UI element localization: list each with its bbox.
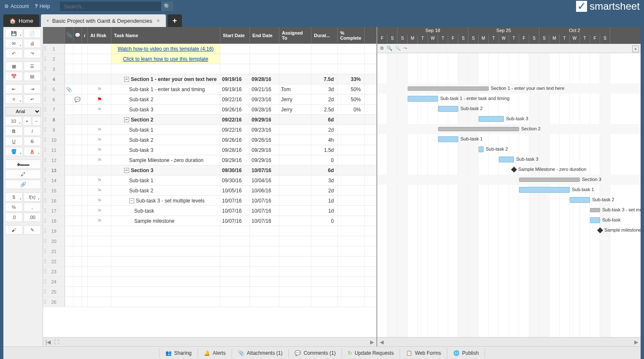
assigned-cell[interactable] bbox=[279, 206, 311, 216]
row-number[interactable]: 19 bbox=[43, 226, 65, 236]
attach-cell[interactable] bbox=[65, 277, 73, 286]
tab-close-icon[interactable]: × bbox=[157, 17, 160, 24]
attach-cell[interactable] bbox=[65, 155, 73, 165]
info-cell[interactable] bbox=[82, 74, 88, 84]
table-row[interactable]: 17 ⚑ Sub-task 10/07/16 10/07/16 1d bbox=[43, 206, 376, 216]
start-cell[interactable] bbox=[220, 297, 250, 307]
end-cell[interactable]: 09/23/16 bbox=[250, 94, 279, 104]
gantt-bar[interactable]: Sub-task 2 bbox=[570, 197, 590, 203]
row-number[interactable]: 9 bbox=[43, 125, 65, 135]
complete-cell[interactable] bbox=[338, 175, 365, 185]
complete-cell[interactable]: 33% bbox=[338, 74, 365, 84]
search-button[interactable]: 🔍 bbox=[161, 2, 173, 11]
atrisk-cell[interactable] bbox=[88, 256, 111, 266]
start-cell[interactable]: 09/30/16 bbox=[220, 175, 250, 185]
comment-cell[interactable] bbox=[73, 125, 82, 135]
gantt-milestone[interactable] bbox=[597, 227, 603, 233]
comment-cell[interactable] bbox=[73, 44, 82, 54]
row-number[interactable]: 12 bbox=[43, 155, 65, 165]
complete-cell[interactable] bbox=[338, 246, 365, 256]
gantt-bar[interactable]: Sub-task 1 - enter task and timing bbox=[408, 96, 438, 102]
duration-cell[interactable]: 4h bbox=[311, 135, 338, 145]
comment-cell[interactable] bbox=[73, 277, 82, 286]
end-cell[interactable]: 10/07/16 bbox=[250, 206, 279, 216]
start-cell[interactable] bbox=[220, 54, 250, 64]
search-input[interactable] bbox=[60, 2, 161, 11]
redo-button[interactable]: ↷ bbox=[24, 49, 41, 58]
tab-dropdown-icon[interactable]: ▾ bbox=[47, 19, 49, 23]
publish-button[interactable]: 🌐Publish bbox=[447, 348, 485, 358]
attach-cell[interactable] bbox=[65, 135, 73, 145]
duration-cell[interactable]: 1.5d bbox=[311, 145, 338, 155]
duration-cell[interactable]: 3d bbox=[311, 84, 338, 94]
comment-cell[interactable] bbox=[73, 216, 82, 226]
assigned-cell[interactable] bbox=[279, 277, 311, 286]
start-cell[interactable]: 09/22/16 bbox=[220, 94, 250, 104]
duration-cell[interactable]: 0 bbox=[311, 216, 338, 226]
account-link[interactable]: Account bbox=[4, 3, 29, 9]
table-row[interactable]: 4 −Section 1 - enter your own text here … bbox=[43, 74, 376, 84]
grid-view-button[interactable]: ▦ bbox=[5, 62, 23, 71]
assigned-cell[interactable] bbox=[279, 165, 311, 175]
attach-cell[interactable] bbox=[65, 125, 73, 135]
atrisk-cell[interactable]: ⚑ bbox=[88, 94, 111, 104]
attach-cell[interactable] bbox=[65, 105, 73, 114]
end-cell[interactable]: 09/28/16 bbox=[250, 105, 279, 114]
comment-cell[interactable] bbox=[73, 135, 82, 145]
collapse-icon[interactable]: − bbox=[124, 77, 129, 82]
complete-cell[interactable] bbox=[338, 115, 365, 124]
percent-button[interactable]: % bbox=[5, 202, 23, 212]
atrisk-cell[interactable] bbox=[88, 44, 111, 54]
fontsize-select[interactable]: 10▾ bbox=[5, 116, 22, 126]
end-cell[interactable] bbox=[250, 64, 279, 74]
end-cell[interactable] bbox=[250, 277, 279, 286]
atrisk-cell[interactable]: ⚑ bbox=[88, 155, 111, 165]
complete-cell[interactable] bbox=[338, 64, 365, 74]
atrisk-cell[interactable]: ⚑ bbox=[88, 145, 111, 155]
attach-cell[interactable] bbox=[65, 196, 73, 205]
info-cell[interactable] bbox=[82, 246, 88, 256]
thousands-button[interactable]: , bbox=[24, 202, 41, 212]
row-number[interactable]: 13 bbox=[43, 165, 65, 175]
task-cell[interactable]: Sub-task bbox=[111, 206, 220, 216]
start-cell[interactable]: 09/19/16 bbox=[220, 84, 250, 94]
row-number[interactable]: 7 bbox=[43, 105, 65, 114]
sharing-button[interactable]: 👥Sharing bbox=[159, 348, 198, 358]
bold-button[interactable]: B bbox=[5, 127, 23, 136]
gantt-bar[interactable]: Sub-task 1 bbox=[438, 136, 458, 142]
fontsize-decrease[interactable]: − bbox=[32, 116, 41, 126]
start-cell[interactable]: 10/05/16 bbox=[220, 186, 250, 195]
end-cell[interactable] bbox=[250, 287, 279, 297]
table-row[interactable]: 9 ⚑ Sub-task 1 09/22/16 09/23/16 2d bbox=[43, 125, 376, 135]
complete-cell[interactable]: 0% bbox=[338, 105, 365, 114]
gantt-bar[interactable]: Section 2 bbox=[438, 127, 519, 131]
table-row[interactable]: 7 ⚑ Sub-task 3 09/26/16 09/28/16 Jerry 2… bbox=[43, 105, 376, 115]
assigned-cell[interactable] bbox=[279, 186, 311, 195]
complete-cell[interactable] bbox=[338, 44, 365, 54]
comment-cell[interactable] bbox=[73, 145, 82, 155]
atrisk-cell[interactable] bbox=[88, 246, 111, 256]
comment-cell[interactable] bbox=[73, 206, 82, 216]
atrisk-cell[interactable] bbox=[88, 74, 111, 84]
start-cell[interactable] bbox=[220, 236, 250, 246]
info-cell[interactable] bbox=[82, 165, 88, 175]
complete-cell[interactable] bbox=[338, 165, 365, 175]
fill-color-button[interactable]: 🪣▾ bbox=[5, 147, 23, 156]
table-row[interactable]: 20 bbox=[43, 236, 376, 246]
header-taskname[interactable]: Task Name bbox=[111, 27, 220, 43]
duration-cell[interactable]: 1d bbox=[311, 206, 338, 216]
row-number[interactable]: 18 bbox=[43, 216, 65, 226]
atrisk-cell[interactable] bbox=[88, 226, 111, 236]
start-cell[interactable]: 09/19/16 bbox=[220, 74, 250, 84]
strikethrough-button[interactable]: S bbox=[24, 137, 41, 146]
highlight-button[interactable]: 🖍 bbox=[5, 170, 41, 179]
start-cell[interactable] bbox=[220, 287, 250, 297]
attach-cell[interactable] bbox=[65, 206, 73, 216]
start-cell[interactable] bbox=[220, 267, 250, 276]
table-row[interactable]: 18 ⚑ Sample milestone 10/07/16 10/07/16 … bbox=[43, 216, 376, 226]
row-number[interactable]: 3 bbox=[43, 64, 65, 74]
atrisk-cell[interactable]: ⚑ bbox=[88, 84, 111, 94]
comment-cell[interactable] bbox=[73, 74, 82, 84]
header-atrisk[interactable]: At Risk bbox=[88, 27, 111, 43]
row-number[interactable]: 11 bbox=[43, 145, 65, 155]
